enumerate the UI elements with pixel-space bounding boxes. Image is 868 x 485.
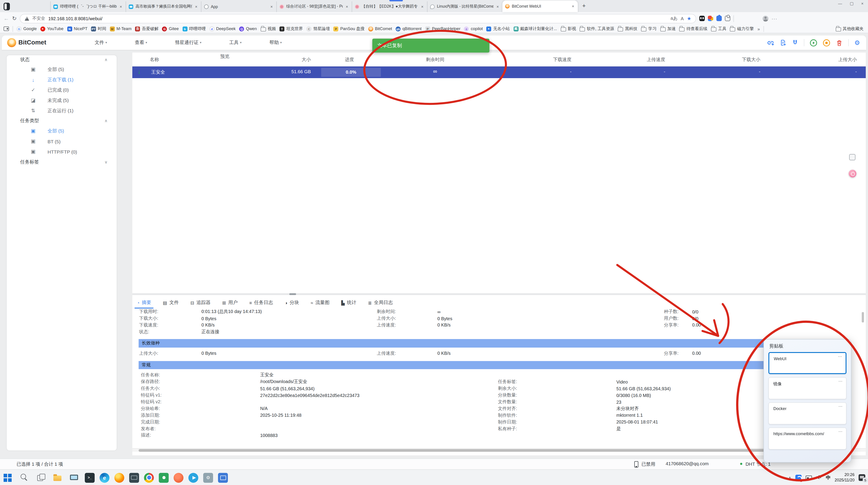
- tray-chevron-icon[interactable]: ∧: [788, 475, 791, 480]
- bookmark-folder-daichakan[interactable]: 待查看后续: [679, 26, 707, 32]
- file-explorer-icon[interactable]: [52, 472, 63, 483]
- chevron-up-icon[interactable]: ∧: [104, 119, 107, 123]
- detail-tab-peers[interactable]: ⊞ 用户: [222, 299, 238, 306]
- tab-group-github[interactable]: [31, 6, 38, 12]
- detail-horizontal-scrollbar[interactable]: [132, 448, 866, 452]
- bookmark-folder-xuexi[interactable]: 学习: [641, 26, 656, 32]
- tray-network-icon[interactable]: [806, 475, 812, 480]
- bookmark-52pojie[interactable]: 吾 吾爱破解: [135, 26, 158, 32]
- sidebar-item-httpftp[interactable]: ▣ HTTP/FTP (0): [7, 146, 117, 157]
- tab-forum-ed2k[interactable]: 【自转】【ED2K】●大学舞蹈专 ×: [352, 1, 427, 12]
- bookmark-folder-yingshi[interactable]: 影视: [560, 26, 576, 32]
- col-ul-speed[interactable]: 上传速度: [647, 57, 665, 63]
- bookmark-google[interactable]: G Google: [17, 26, 37, 31]
- dark-app-icon[interactable]: [129, 473, 139, 483]
- telegram-app-icon[interactable]: [188, 473, 198, 483]
- sidebar-section-status[interactable]: 状态: [20, 57, 30, 63]
- bookmark-youtube[interactable]: ▸ YouTube: [40, 26, 63, 31]
- task-row-selected[interactable]: ↓ 王安全 51.66 GB 0.0% ∞ - - - -: [132, 66, 866, 78]
- clipboard-item-menu-icon[interactable]: ⋯: [838, 379, 842, 383]
- splitter-handle[interactable]: [289, 293, 296, 295]
- tab-close-icon[interactable]: ×: [495, 4, 500, 9]
- menu-tools[interactable]: 工具: [229, 39, 242, 46]
- url-text[interactable]: 192.168.101.8:8081/webui/: [48, 16, 667, 21]
- tab-close-icon[interactable]: ×: [194, 4, 198, 9]
- chevron-up-icon[interactable]: ∧: [104, 57, 107, 62]
- tab-bilibili-news[interactable]: 高市敢搞事？瘫痪日本全国电网仅 ×: [126, 1, 201, 12]
- bookmark-folder-cili[interactable]: 磁力引擎: [730, 26, 754, 32]
- add-link-button[interactable]: [767, 39, 774, 46]
- col-size[interactable]: 大小: [302, 57, 311, 63]
- translate-icon[interactable]: aあ: [671, 15, 678, 22]
- col-progress[interactable]: 进度: [345, 57, 354, 63]
- bookmark-folder-ruanjian[interactable]: 软件, 工具资源: [580, 26, 614, 32]
- gray-utility-icon[interactable]: [203, 473, 213, 483]
- tab-group-websites[interactable]: [12, 6, 19, 12]
- tab-app[interactable]: App ×: [201, 1, 276, 12]
- settings-gear-icon[interactable]: ⚙: [854, 39, 860, 46]
- tab-close-icon[interactable]: ×: [420, 4, 424, 9]
- detail-tab-global-log[interactable]: ≣ 全局日志: [368, 299, 393, 306]
- bookmark-shijian[interactable]: PT 时间: [91, 26, 106, 32]
- tab-group-uv[interactable]: [41, 6, 47, 12]
- extension-icon-dark[interactable]: [699, 16, 705, 21]
- col-name[interactable]: 名称: [150, 57, 159, 63]
- extension-icon-blue-puzzle[interactable]: [716, 16, 722, 21]
- bookmark-deepseek[interactable]: d DeepSeek: [210, 26, 236, 31]
- mini-layout-button[interactable]: [849, 154, 856, 160]
- sidebar-toggle-icon[interactable]: [4, 27, 9, 31]
- tab-bilibili-home[interactable]: 哔哩哔哩 (゜-゜)つロ 干杯~-bilibi ×: [50, 1, 126, 12]
- workspaces-icon[interactable]: [4, 3, 10, 10]
- tab-close-icon[interactable]: ×: [119, 4, 123, 9]
- detail-tab-statistics[interactable]: ▙ 统计: [341, 299, 356, 306]
- col-dl-speed[interactable]: 下载速度: [553, 57, 571, 63]
- extension-icon-balloons[interactable]: [708, 16, 713, 21]
- clipboard-item-webui[interactable]: WebUI ⋯: [768, 352, 846, 374]
- add-torrent-file-button[interactable]: [780, 39, 786, 46]
- detail-tab-speed-graph[interactable]: ≈ 流量图: [311, 299, 330, 306]
- tab-close-icon[interactable]: ×: [345, 4, 349, 9]
- browser-menu-icon[interactable]: ···: [772, 16, 777, 21]
- col-eta[interactable]: 剩余时间: [426, 57, 444, 63]
- sidebar-item-downloading[interactable]: ↓ 正在下载 (1): [7, 75, 117, 85]
- bookmark-folder-jiasu[interactable]: 加速: [660, 26, 676, 32]
- detail-tab-task-log[interactable]: ≡ 任务日志: [249, 299, 273, 306]
- col-preview[interactable]: 预览: [220, 53, 226, 59]
- account-email[interactable]: 417068620@qq.com: [666, 461, 709, 466]
- sidebar-item-running[interactable]: ⇅ 正在运行 (1): [7, 106, 117, 116]
- maximize-button[interactable]: ▢: [849, 1, 854, 6]
- sidebar-section-task-type[interactable]: 任务类型: [20, 118, 39, 124]
- sidebar-section-task-label[interactable]: 任务标签: [20, 159, 39, 165]
- taskbar-clock[interactable]: 20:26 2025/11/20: [835, 473, 855, 483]
- bookmark-qbittorrent[interactable]: qb qBittorrent: [396, 26, 422, 31]
- sidebar-item-completed[interactable]: ✓ 已完成 (0): [7, 85, 117, 95]
- bookmark-pansou[interactable]: P PanSou 盘搜: [334, 26, 365, 32]
- clipboard-item-docker[interactable]: Docker ⋯: [768, 402, 846, 424]
- tab-bitcomet-webui[interactable]: BitComet WebUI ×: [502, 0, 578, 12]
- notification-center-icon[interactable]: 5: [859, 474, 865, 481]
- bookmark-nicept[interactable]: N NicePT: [67, 26, 88, 31]
- minimize-button[interactable]: —: [838, 1, 842, 6]
- bookmark-bitcomet[interactable]: BitComet: [368, 26, 392, 31]
- tab-group-cangjie[interactable]: [22, 6, 28, 12]
- menu-file[interactable]: 文件: [95, 39, 107, 46]
- bookmark-folder-gongju[interactable]: 工具: [711, 26, 726, 32]
- bookmark-folder-shipin[interactable]: 视频: [260, 26, 276, 32]
- clipboard-item-menu-icon[interactable]: ⋯: [838, 404, 842, 409]
- blue-window-app-icon[interactable]: [218, 473, 228, 483]
- menu-help[interactable]: 帮助: [269, 39, 282, 46]
- bookmark-bilibili[interactable]: b 哔哩哔哩: [182, 26, 206, 32]
- bookmark-mteam[interactable]: M M-Team: [110, 26, 131, 31]
- scrollbar-thumb[interactable]: [138, 449, 764, 452]
- delete-task-button[interactable]: [836, 39, 843, 47]
- col-ul-size[interactable]: 上传大小: [838, 57, 857, 63]
- profile-avatar[interactable]: [763, 16, 768, 21]
- tab-cometbbs-linux[interactable]: Linux内测版 - 比特彗星(BitComet ×: [427, 1, 502, 12]
- tray-thunder-icon[interactable]: [795, 475, 802, 481]
- bookmarks-overflow-icon[interactable]: »: [757, 26, 760, 31]
- bookmark-qwen[interactable]: Q Qwen: [239, 26, 257, 31]
- tab-forum-98[interactable]: 综合讨论区 - 98堂[原色花堂] - Po ×: [276, 1, 352, 12]
- close-button[interactable]: ×: [861, 1, 864, 6]
- refresh-button[interactable]: ↻: [12, 15, 17, 22]
- address-bar[interactable]: 不安全 192.168.101.8:8081/webui/ aあ A ★: [20, 14, 696, 23]
